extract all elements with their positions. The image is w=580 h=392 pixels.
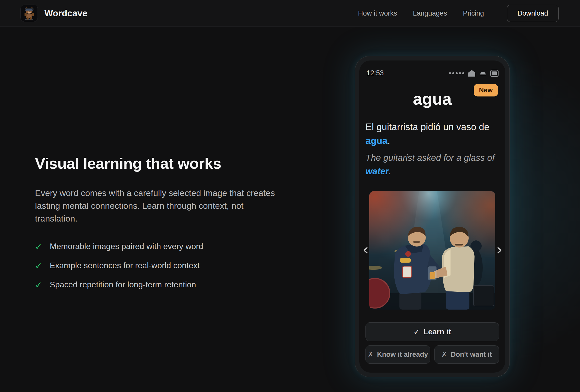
x-icon: ✗ (368, 350, 374, 359)
bullet-text: Spaced repetition for long-term retentio… (50, 280, 196, 289)
brand[interactable]: Wordcave (20, 5, 87, 22)
know-it-already-label: Know it already (377, 351, 428, 359)
bullet-text: Memorable images paired with every word (50, 242, 203, 251)
dont-want-it-label: Don't want it (451, 351, 492, 359)
chevron-right-icon (495, 246, 503, 255)
check-icon: ✓ (35, 262, 42, 270)
main-nav: How it works Languages Pricing Download (358, 5, 559, 22)
flashcard-actions: ✓ Learn it ✗ Know it already ✗ Don't wan… (365, 322, 499, 364)
dont-want-it-button[interactable]: ✗ Don't want it (434, 345, 499, 364)
nav-languages[interactable]: Languages (413, 9, 447, 17)
sentence-en-prefix: The guitarist asked for a glass of (365, 153, 495, 163)
sentence-en-suffix: . (389, 166, 391, 176)
learn-it-button[interactable]: ✓ Learn it (365, 322, 499, 341)
battery-icon (490, 70, 499, 77)
word-illustration-image (369, 191, 495, 310)
carousel-next-button[interactable] (494, 244, 504, 256)
check-icon: ✓ (35, 242, 42, 251)
x-icon: ✗ (441, 350, 447, 359)
status-time: 12:53 (366, 69, 384, 77)
carousel-prev-button[interactable] (361, 244, 371, 256)
list-item: ✓ Spaced repetition for long-term retent… (35, 280, 288, 289)
list-item: ✓ Memorable images paired with every wor… (35, 242, 288, 251)
flashcard-image-area (369, 191, 495, 310)
secondary-actions-row: ✗ Know it already ✗ Don't want it (365, 345, 499, 364)
header: Wordcave How it works Languages Pricing … (0, 0, 580, 27)
signal-dots-icon (449, 72, 464, 74)
brand-name: Wordcave (44, 8, 87, 18)
know-it-already-button[interactable]: ✗ Know it already (365, 345, 430, 364)
check-icon: ✓ (413, 327, 420, 336)
hero-description: Every word comes with a carefully select… (35, 187, 280, 225)
nav-how-it-works[interactable]: How it works (358, 9, 397, 17)
feature-list: ✓ Memorable images paired with every wor… (35, 242, 288, 289)
bear-icon (22, 6, 36, 20)
nav-pricing[interactable]: Pricing (463, 9, 484, 17)
status-icons (449, 70, 499, 77)
new-badge: New (474, 84, 498, 96)
home-icon (468, 70, 476, 77)
example-sentence-english: The guitarist asked for a glass of water… (365, 151, 499, 178)
page-title: Visual learning that works (35, 155, 288, 172)
signal-stack-icon (479, 70, 487, 76)
learn-it-label: Learn it (423, 327, 451, 336)
phone-screen: 12:53 New agua El guitarrista pidió u (359, 60, 505, 373)
phone-mockup: 12:53 New agua El guitarrista pidió u (355, 56, 510, 377)
wordcave-bear-logo-icon (20, 5, 38, 22)
download-button[interactable]: Download (507, 5, 559, 22)
sentence-es-prefix: El guitarrista pidió un vaso de (365, 122, 489, 132)
sentence-es-highlight: agua (365, 136, 387, 146)
hero-section: Visual learning that works Every word co… (35, 155, 288, 299)
bullet-text: Example sentences for real-world context (50, 261, 200, 270)
status-bar: 12:53 (365, 67, 499, 77)
sentence-es-suffix: . (387, 136, 390, 146)
list-item: ✓ Example sentences for real-world conte… (35, 261, 288, 270)
glass-of-water (429, 267, 436, 280)
example-sentence-spanish: El guitarrista pidió un vaso de agua. (365, 120, 499, 148)
chevron-left-icon (362, 246, 370, 255)
check-icon: ✓ (35, 281, 42, 289)
sentence-en-highlight: water (365, 166, 389, 176)
